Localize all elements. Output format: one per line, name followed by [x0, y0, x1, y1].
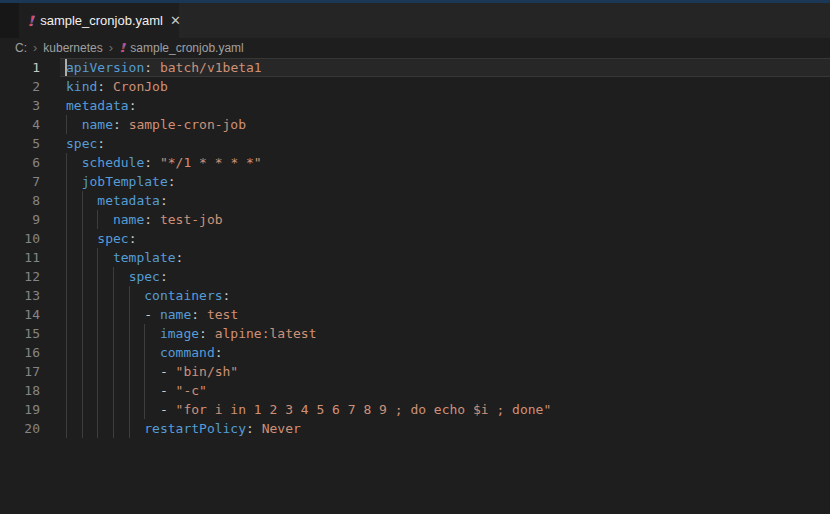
- indent-guide: [129, 286, 130, 305]
- line-number: 19: [0, 400, 40, 419]
- token-punct: :: [129, 231, 137, 246]
- line-number: 17: [0, 362, 40, 381]
- code-line[interactable]: 6 schedule: "*/1 * * * *": [0, 153, 830, 172]
- indent-guide: [82, 362, 83, 381]
- code-line[interactable]: 7 jobTemplate:: [0, 172, 830, 191]
- indent-guide: [113, 305, 114, 324]
- line-number: 4: [0, 115, 40, 134]
- indent-guide: [82, 210, 83, 229]
- line-number: 9: [0, 210, 40, 229]
- breadcrumb-item-drive[interactable]: C:: [15, 41, 27, 55]
- token-punct: -: [144, 307, 160, 322]
- indent-guide: [97, 400, 98, 419]
- code-line[interactable]: 17 - "bin/sh": [0, 362, 830, 381]
- line-number: 6: [0, 153, 40, 172]
- indent-guide: [129, 324, 130, 343]
- indent-guide: [129, 381, 130, 400]
- indent-guide: [82, 400, 83, 419]
- code-line[interactable]: 11 template:: [0, 248, 830, 267]
- token-punct: :: [176, 250, 184, 265]
- tab-sample-cronjob-yaml[interactable]: ! sample_cronjob.yaml ✕: [19, 3, 179, 38]
- line-number: 1: [0, 58, 40, 77]
- token-punct: :: [191, 307, 207, 322]
- indent-guide: [82, 286, 83, 305]
- indent-guide: [82, 248, 83, 267]
- line-number: 13: [0, 286, 40, 305]
- breadcrumb-item-file[interactable]: sample_cronjob.yaml: [130, 41, 243, 55]
- indent-guide: [129, 343, 130, 362]
- code-line-content: restartPolicy: Never: [66, 419, 830, 438]
- indent-guide: [97, 286, 98, 305]
- indent-guide: [97, 267, 98, 286]
- indent-guide: [144, 324, 145, 343]
- indent-guide: [66, 267, 67, 286]
- indent-guide: [144, 381, 145, 400]
- code-line[interactable]: 1apiVersion: batch/v1beta1: [0, 58, 830, 77]
- code-line[interactable]: 18 - "-c": [0, 381, 830, 400]
- token-key: jobTemplate: [82, 174, 168, 189]
- code-line[interactable]: 5spec:: [0, 134, 830, 153]
- line-number: 14: [0, 305, 40, 324]
- indent-guide: [82, 324, 83, 343]
- indent-guide: [97, 419, 98, 438]
- token-key: kind: [66, 79, 97, 94]
- code-line-content: metadata:: [66, 96, 830, 115]
- token-key: schedule: [82, 155, 145, 170]
- indent-guide: [97, 362, 98, 381]
- line-number: 12: [0, 267, 40, 286]
- token-punct: :: [97, 79, 113, 94]
- indent-guide: [66, 324, 67, 343]
- code-line[interactable]: 2kind: CronJob: [0, 77, 830, 96]
- indent-guide: [66, 400, 67, 419]
- token-key: name: [113, 212, 144, 227]
- indent-guide: [66, 305, 67, 324]
- token-punct: :: [144, 155, 160, 170]
- token-str: "for i in 1 2 3 4 5 6 7 8 9 ; do echo $i…: [176, 402, 552, 417]
- code-line-content: spec:: [66, 134, 830, 153]
- breadcrumb-item-folder[interactable]: kubernetes: [43, 41, 102, 55]
- code-line-content: apiVersion: batch/v1beta1: [66, 58, 830, 77]
- token-punct: :: [113, 117, 129, 132]
- code-line[interactable]: 14 - name: test: [0, 305, 830, 324]
- indent-guide: [82, 267, 83, 286]
- indent-guide: [82, 229, 83, 248]
- line-number: 18: [0, 381, 40, 400]
- code-line-content: - "bin/sh": [66, 362, 830, 381]
- token-punct: :: [223, 288, 231, 303]
- code-line[interactable]: 12 spec:: [0, 267, 830, 286]
- code-line[interactable]: 8 metadata:: [0, 191, 830, 210]
- code-line[interactable]: 13 containers:: [0, 286, 830, 305]
- close-tab-icon[interactable]: ✕: [170, 14, 181, 27]
- yaml-file-icon: !: [27, 14, 33, 28]
- token-key: apiVersion: [66, 60, 144, 75]
- code-line[interactable]: 3metadata:: [0, 96, 830, 115]
- editor[interactable]: 1apiVersion: batch/v1beta12kind: CronJob…: [0, 58, 830, 514]
- code-line[interactable]: 9 name: test-job: [0, 210, 830, 229]
- code-line[interactable]: 19 - "for i in 1 2 3 4 5 6 7 8 9 ; do ec…: [0, 400, 830, 419]
- line-number: 7: [0, 172, 40, 191]
- indent-guide: [113, 362, 114, 381]
- code-line[interactable]: 20 restartPolicy: Never: [0, 419, 830, 438]
- token-punct: -: [160, 402, 176, 417]
- indent-guide: [97, 248, 98, 267]
- code-line[interactable]: 15 image: alpine:latest: [0, 324, 830, 343]
- token-key: spec: [97, 231, 128, 246]
- code-line-content: schedule: "*/1 * * * *": [66, 153, 830, 172]
- line-number: 3: [0, 96, 40, 115]
- indent-guide: [82, 343, 83, 362]
- code-line[interactable]: 4 name: sample-cron-job: [0, 115, 830, 134]
- token-str: sample-cron-job: [129, 117, 246, 132]
- token-key: spec: [66, 136, 97, 151]
- indent-guide: [129, 400, 130, 419]
- token-punct: :: [199, 326, 215, 341]
- line-number: 15: [0, 324, 40, 343]
- indent-guide: [66, 362, 67, 381]
- indent-guide: [129, 305, 130, 324]
- token-str: Never: [262, 421, 301, 436]
- chevron-right-icon: ›: [33, 42, 37, 54]
- code-line[interactable]: 16 command:: [0, 343, 830, 362]
- line-number: 20: [0, 419, 40, 438]
- token-str: test-job: [160, 212, 223, 227]
- indent-guide: [66, 343, 67, 362]
- code-line[interactable]: 10 spec:: [0, 229, 830, 248]
